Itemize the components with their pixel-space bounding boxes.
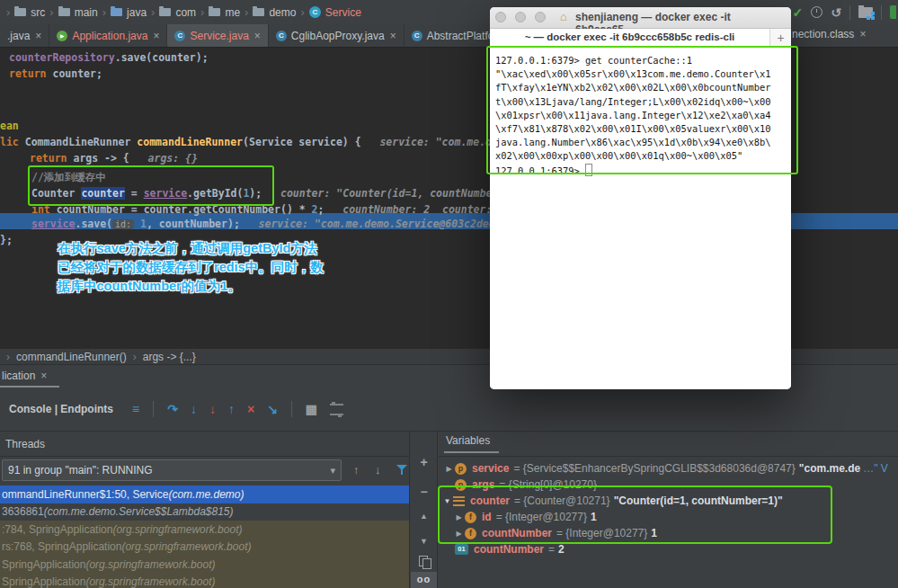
tab-nection-class[interactable]: nection.class ×	[792, 28, 866, 40]
step-into-icon[interactable]: ↓	[191, 402, 197, 416]
toolbar-divider	[849, 5, 850, 20]
frame-text: SpringApplication	[2, 558, 85, 571]
show-watches-icon[interactable]: oo	[411, 572, 437, 588]
console-endpoints-tabs[interactable]: Console | Endpoints	[9, 403, 113, 415]
add-watch-icon[interactable]: +	[411, 455, 437, 469]
frame-down-icon[interactable]: ↓	[375, 463, 381, 477]
history-clock-icon[interactable]	[811, 6, 822, 18]
close-window-button[interactable]	[495, 12, 506, 22]
toolbar-divider	[881, 5, 882, 20]
close-icon[interactable]: ×	[254, 30, 261, 42]
minimize-window-button[interactable]	[515, 12, 526, 22]
run-to-cursor-icon[interactable]: ↘	[267, 402, 278, 416]
tab-application-java[interactable]: ▶Application.java×	[49, 24, 167, 47]
folder-icon	[14, 8, 26, 16]
param-hint-chip: id:	[112, 219, 134, 229]
menu-icon[interactable]: ≡	[132, 402, 139, 416]
code-token: service: "com.me.demo.Service@603c2dee"	[240, 218, 502, 230]
ide-window: ›src›main›java›com›me›demo›CService ✓ ↺ …	[0, 0, 898, 588]
frame-text: ommandLineRunner$1:50, Service	[2, 488, 168, 501]
chevron-icon: ›	[151, 5, 155, 19]
stack-frame-row[interactable]: ommandLineRunner$1:50, Service (com.me.d…	[0, 486, 409, 503]
terminal-tab[interactable]: ~ — docker exec -it 6b9ccc658b5c redis-c…	[490, 31, 769, 42]
frame-text: SpringApplication	[2, 575, 85, 588]
chevron-icon: ›	[300, 5, 304, 19]
main-toolbar: ✓ ↺	[793, 0, 896, 24]
frame-up-icon[interactable]: ↑	[353, 463, 360, 477]
toolbar-divider	[291, 401, 292, 417]
thread-selector-dropdown[interactable]: 91 in group "main": RUNNING ▾	[2, 459, 342, 481]
stack-frame-row[interactable]: SpringApplication (org.springframework.b…	[0, 574, 409, 588]
folder-icon	[209, 8, 220, 16]
breadcrumb-item-me[interactable]: me	[209, 6, 240, 19]
thread-selector-value: 91 in group "main": RUNNING	[8, 464, 153, 477]
breadcrumb-item-demo[interactable]: demo	[253, 6, 296, 19]
breadcrumb-item-service[interactable]: CService	[309, 6, 361, 19]
new-tab-button[interactable]: +	[769, 29, 791, 48]
move-down-icon[interactable]: ▼	[411, 537, 437, 546]
chevron-icon: ›	[102, 5, 106, 19]
breadcrumb-item-src[interactable]: src	[14, 6, 45, 19]
step-over-icon[interactable]: ↷	[167, 402, 178, 416]
chevron-icon: ›	[6, 5, 10, 19]
code-token	[134, 218, 140, 230]
frame-text: :784, SpringApplication	[2, 523, 112, 536]
force-step-into-icon[interactable]: ↓	[209, 402, 216, 416]
filter-icon[interactable]	[396, 465, 407, 476]
tab-service-java[interactable]: CService.java×	[167, 24, 268, 47]
stack-frame-row[interactable]: 3636861 (com.me.demo.Service$$Lambda$815…	[0, 503, 409, 521]
drop-frame-icon[interactable]: ×	[247, 402, 254, 416]
footer-crumb-lambda[interactable]: args -> {...}	[143, 351, 196, 363]
step-out-icon[interactable]: ↑	[228, 402, 235, 416]
settings-icon[interactable]	[330, 404, 343, 415]
breadcrumb-item-main[interactable]: main	[58, 6, 98, 19]
chevron-icon: ›	[133, 351, 137, 363]
duplicate-icon[interactable]	[418, 556, 431, 568]
frame-package: (com.me.demo.Service$$Lambda$815)	[44, 505, 234, 518]
code-line: return args -> { args: {}	[30, 150, 198, 166]
run-icon[interactable]	[890, 5, 896, 19]
frame-package: (org.springframework.boot)	[121, 540, 251, 553]
code-line: counterRepository.save(counter);	[9, 49, 209, 66]
frame-text: rs:768, SpringApplication	[2, 540, 121, 553]
code-token: lic	[0, 136, 19, 148]
terminal-titlebar[interactable]: ⌂ shenjianeng — docker exec -it 6b9ccc65…	[490, 7, 791, 29]
undo-icon[interactable]: ↺	[831, 5, 841, 20]
variable-view-link[interactable]: …" V	[863, 462, 888, 475]
breadcrumb-item-com[interactable]: com	[159, 6, 196, 19]
close-icon[interactable]: ×	[859, 28, 866, 40]
expand-right-icon[interactable]: ▶	[443, 465, 455, 473]
tab-label: nection.class	[792, 28, 854, 40]
close-icon[interactable]: ×	[40, 370, 47, 382]
code-token: counter;	[47, 67, 102, 80]
stack-frame-row[interactable]: rs:768, SpringApplication (org.springfra…	[0, 539, 409, 557]
evaluate-expression-icon[interactable]: ▦	[306, 402, 317, 416]
tab-cglibaopproxy-java[interactable]: CCglibAopProxy.java×	[269, 24, 405, 47]
breadcrumb-item-java[interactable]: java	[111, 6, 147, 19]
tab-label: .java	[7, 30, 30, 42]
toolbar-divider	[153, 401, 154, 417]
folder-icon	[111, 8, 122, 16]
move-up-icon[interactable]: ▲	[411, 512, 437, 521]
remove-watch-icon[interactable]: −	[411, 485, 437, 499]
variable-row-service[interactable]: ▶pservice= {Service$$EnhancerBySpringCGL…	[439, 460, 898, 477]
close-icon[interactable]: ×	[390, 30, 396, 42]
stack-frame-row[interactable]: SpringApplication (org.springframework.b…	[0, 556, 409, 574]
primitive-value-icon: 01	[455, 544, 468, 555]
breadcrumb-label: java	[127, 6, 147, 19]
frame-package: (org.springframework.boot)	[112, 523, 242, 536]
zoom-window-button[interactable]	[535, 12, 546, 22]
check-icon[interactable]: ✓	[793, 5, 804, 20]
close-icon[interactable]: ×	[153, 30, 159, 42]
code-token: , countNumber);	[147, 218, 240, 230]
variable-name: countNumber	[474, 543, 544, 556]
tab-application-debug[interactable]: lication ×	[0, 365, 52, 387]
stack-frame-row[interactable]: :784, SpringApplication (org.springframe…	[0, 521, 409, 539]
footer-crumb-method[interactable]: commandLineRunner()	[16, 351, 127, 363]
tab--java[interactable]: .java×	[0, 24, 49, 47]
changed-files-folder-icon[interactable]	[858, 7, 873, 18]
debug-toolbar: Console | Endpoints ≡↷↓↓↑×↘▦	[0, 388, 898, 431]
class-icon: C	[276, 31, 287, 41]
close-icon[interactable]: ×	[35, 30, 41, 42]
annotation-line: 在执行save方法之前，通过调用getById方法	[58, 239, 324, 258]
